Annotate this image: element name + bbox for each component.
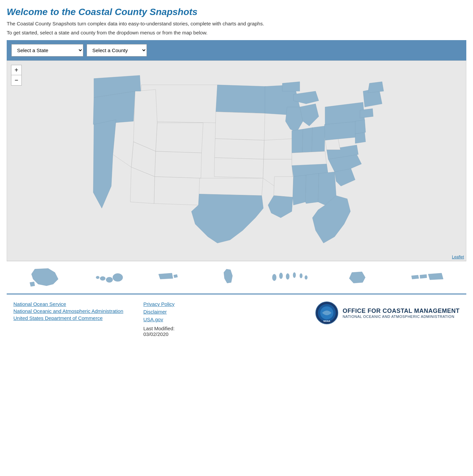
state-pennsylvania[interactable] [324,121,358,140]
privacy-link[interactable]: Privacy Policy [144,301,175,307]
territory-alaska[interactable] [28,266,65,289]
state-mississippi[interactable] [293,175,306,205]
state-new-mexico[interactable] [154,176,201,205]
territory-pacific-islands[interactable] [269,266,309,289]
page-title: Welcome to the Coastal County Snapshots [7,7,466,17]
svg-point-4 [272,274,276,281]
disclaimer-link[interactable]: Disclaimer [144,309,175,315]
controls-bar: Select a State AlabamaAlaskaAmerican Sam… [7,40,466,61]
map-container: + − [7,61,466,261]
last-modified: Last Modified: 03/02/2020 [144,326,175,337]
office-text: OFFICE FOR COASTAL MANAGEMENT NATIONAL O… [343,308,460,319]
office-title: OFFICE FOR COASTAL MANAGEMENT [343,308,460,315]
state-michigan[interactable] [300,104,319,126]
territory-guam[interactable] [216,266,240,289]
state-south-dakota[interactable] [215,112,265,140]
svg-point-1 [106,277,113,282]
state-colorado[interactable] [155,151,202,178]
state-illinois[interactable] [292,129,303,154]
territories-strip [7,261,466,294]
state-new-jersey[interactable] [355,120,366,134]
county-select[interactable]: Select a County [87,44,147,56]
map-svg-wrapper [7,61,466,261]
state-north-dakota[interactable] [216,85,266,113]
svg-text:NOAA: NOAA [323,320,330,322]
zoom-in-button[interactable]: + [11,65,21,75]
state-oklahoma[interactable] [199,178,263,196]
state-maine[interactable] [368,82,384,93]
footer: National Ocean Service National Oceanic … [7,294,466,344]
usagov-link[interactable]: USA.gov [144,317,175,322]
svg-point-9 [305,275,307,279]
zoom-out-button[interactable]: − [11,75,21,85]
territory-usvi[interactable] [401,266,445,289]
instruction-text: To get started, select a state and count… [7,30,466,35]
state-arkansas[interactable] [274,176,294,197]
state-ohio[interactable] [312,126,325,153]
svg-point-7 [293,272,296,278]
state-florida[interactable] [312,196,351,243]
svg-point-5 [279,273,283,279]
noaa-link[interactable]: National Oceanic and Atmospheric Adminis… [13,308,123,314]
svg-point-3 [96,276,99,279]
footer-logo-col: NOAA OFFICE FOR COASTAL MANAGEMENT NATIO… [315,301,460,325]
state-de-md[interactable] [355,132,366,143]
state-louisiana[interactable] [268,196,293,218]
noaa-logo: NOAA [315,301,339,325]
state-lake-superior[interactable] [282,82,300,91]
state-wisconsin[interactable] [286,107,303,132]
zoom-controls: + − [11,65,22,86]
footer-center-col: Privacy Policy Disclaimer USA.gov Last M… [144,301,175,337]
state-nebraska[interactable] [215,139,265,159]
state-kansas[interactable] [214,158,264,178]
commerce-link[interactable]: United States Department of Commerce [13,315,123,321]
us-map-svg [18,66,454,256]
state-wyoming[interactable] [156,123,203,153]
state-ct-ri-ma[interactable] [360,109,373,118]
intro-text: The Coastal County Snapshots turn comple… [7,21,466,26]
state-alabama[interactable] [305,173,319,204]
svg-point-2 [100,276,105,280]
state-texas[interactable] [192,194,264,243]
territory-prvi[interactable] [154,266,187,289]
territory-american-samoa[interactable] [339,266,372,289]
state-iowa[interactable] [264,139,293,159]
svg-point-8 [300,273,302,278]
nos-link[interactable]: National Ocean Service [13,301,123,307]
svg-point-0 [113,273,123,281]
office-subtitle: NATIONAL OCEANIC AND ATMOSPHERIC ADMINIS… [343,315,460,319]
state-select[interactable]: Select a State AlabamaAlaskaAmerican Sam… [11,44,83,56]
leaflet-attribution[interactable]: Leaflet [452,255,464,259]
footer-links-col1: National Ocean Service National Oceanic … [13,301,123,322]
svg-point-6 [286,273,289,279]
state-california[interactable] [93,120,116,208]
state-indiana[interactable] [302,128,312,154]
territory-hawaii[interactable] [94,266,124,289]
